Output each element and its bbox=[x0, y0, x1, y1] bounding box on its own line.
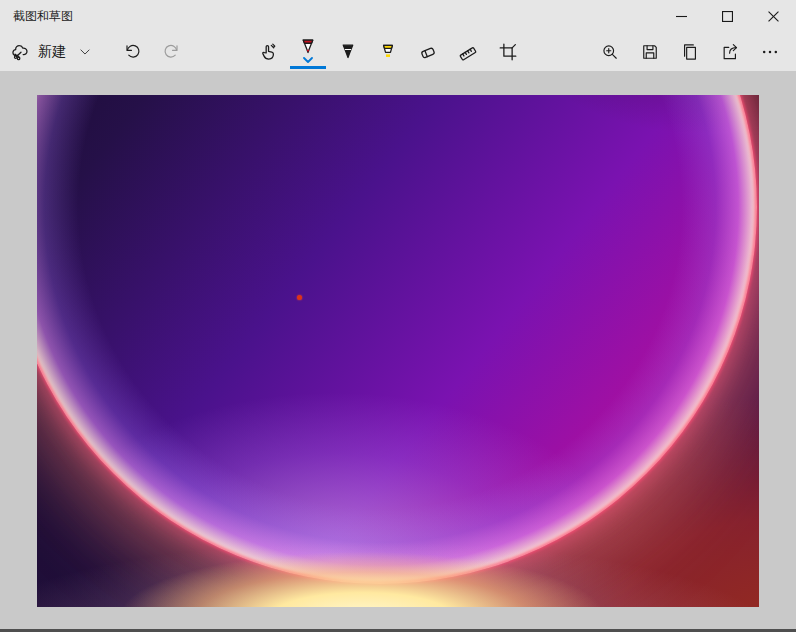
pen-options-chevron-icon bbox=[303, 57, 313, 64]
zoom-button[interactable] bbox=[590, 32, 630, 71]
share-icon bbox=[720, 42, 740, 62]
eraser-button[interactable] bbox=[408, 32, 448, 71]
maximize-button[interactable] bbox=[704, 0, 750, 32]
tool-group-center bbox=[248, 32, 528, 71]
pencil-button[interactable] bbox=[328, 32, 368, 71]
pencil-icon bbox=[337, 41, 359, 63]
highlighter-button[interactable] bbox=[368, 32, 408, 71]
ballpoint-pen-button[interactable] bbox=[288, 32, 328, 71]
copy-icon bbox=[680, 42, 700, 62]
crop-button[interactable] bbox=[488, 32, 528, 71]
chevron-down-icon bbox=[78, 45, 92, 59]
minimize-icon bbox=[676, 11, 687, 22]
snip-sketch-window: 截图和草图 新建 bbox=[0, 0, 796, 632]
new-snip-icon bbox=[10, 41, 32, 63]
new-snip-label-button[interactable]: 新建 bbox=[36, 32, 70, 71]
zoom-icon bbox=[600, 42, 620, 62]
tool-group-left: 新建 bbox=[6, 32, 192, 71]
snip-image[interactable] bbox=[37, 95, 759, 607]
redo-button[interactable] bbox=[152, 32, 192, 71]
tool-group-right bbox=[590, 32, 790, 71]
undo-icon bbox=[122, 42, 142, 62]
title-bar: 截图和草图 bbox=[0, 0, 796, 32]
save-button[interactable] bbox=[630, 32, 670, 71]
undo-button[interactable] bbox=[112, 32, 152, 71]
crop-icon bbox=[497, 41, 519, 63]
toolbar: 新建 bbox=[0, 32, 796, 71]
canvas-area bbox=[0, 71, 796, 629]
eraser-icon bbox=[417, 41, 439, 63]
ballpoint-pen-icon bbox=[297, 36, 319, 58]
bottom-rim-glow bbox=[37, 95, 759, 607]
highlighter-icon bbox=[377, 41, 399, 63]
copy-button[interactable] bbox=[670, 32, 710, 71]
ruler-icon bbox=[457, 41, 479, 63]
ruler-button[interactable] bbox=[448, 32, 488, 71]
minimize-button[interactable] bbox=[658, 0, 704, 32]
maximize-icon bbox=[722, 11, 733, 22]
close-button[interactable] bbox=[750, 0, 796, 32]
selected-tool-underline bbox=[290, 66, 326, 69]
new-snip-button[interactable] bbox=[6, 32, 36, 71]
more-button[interactable] bbox=[750, 32, 790, 71]
red-pen-annotation-dot bbox=[297, 295, 302, 300]
share-button[interactable] bbox=[710, 32, 750, 71]
new-options-button[interactable] bbox=[70, 32, 100, 71]
close-icon bbox=[768, 11, 779, 22]
window-title: 截图和草图 bbox=[0, 8, 658, 25]
save-icon bbox=[640, 42, 660, 62]
touch-writing-button[interactable] bbox=[248, 32, 288, 71]
touch-writing-icon bbox=[257, 41, 279, 63]
more-ellipsis-icon bbox=[760, 42, 780, 62]
redo-icon bbox=[162, 42, 182, 62]
